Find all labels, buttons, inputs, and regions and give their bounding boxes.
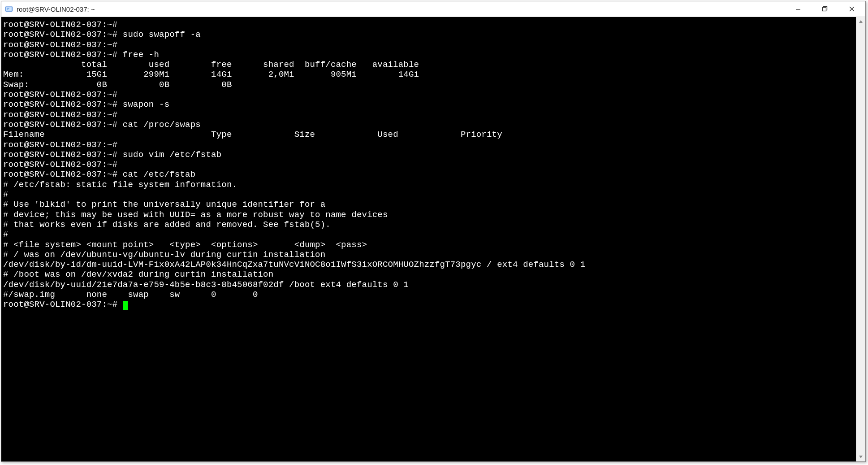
terminal-line: root@SRV-OLIN02-037:~# sudo vim /etc/fst… (3, 150, 221, 160)
close-button[interactable] (838, 1, 865, 17)
terminal-line: Mem: 15Gi 299Mi 14Gi 2,0Mi 905Mi 14Gi (3, 70, 419, 79)
terminal-line: # (3, 190, 9, 200)
terminal-line: root@SRV-OLIN02-037:~# cat /proc/swaps (3, 120, 201, 130)
terminal-line: root@SRV-OLIN02-037:~# (3, 300, 123, 309)
terminal-line: /dev/disk/by-id/dm-uuid-LVM-F1x0xA42LAP0… (3, 260, 585, 269)
terminal-line: /dev/disk/by-uuid/21e7da7a-e759-4b5e-b8c… (3, 280, 409, 290)
terminal-line: # /boot was on /dev/xvda2 during curtin … (3, 269, 273, 279)
terminal-line: root@SRV-OLIN02-037:~# (3, 90, 117, 100)
svg-rect-2 (7, 8, 9, 9)
putty-icon (5, 5, 13, 13)
maximize-button[interactable] (812, 1, 838, 17)
client-area: root@SRV-OLIN02-037:~# root@SRV-OLIN02-0… (1, 17, 865, 461)
scroll-up-icon[interactable] (856, 17, 865, 26)
terminal-line: root@SRV-OLIN02-037:~# (3, 160, 117, 169)
terminal-line: Swap: 0B 0B 0B (3, 80, 232, 90)
terminal-line: # Use 'blkid' to print the universally u… (3, 200, 325, 209)
terminal-line: root@SRV-OLIN02-037:~# (3, 40, 117, 50)
scrollbar[interactable] (856, 17, 865, 461)
terminal-line: root@SRV-OLIN02-037:~# (3, 140, 117, 150)
terminal-line: root@SRV-OLIN02-037:~# sudo swapoff -a (3, 30, 201, 39)
terminal-line: root@SRV-OLIN02-037:~# (3, 20, 117, 30)
terminal-line: root@SRV-OLIN02-037:~# free -h (3, 50, 159, 60)
terminal-line: root@SRV-OLIN02-037:~# swapon -s (3, 100, 169, 109)
svg-rect-4 (796, 9, 800, 10)
putty-window: root@SRV-OLIN02-037: ~ root@SRV-OLIN02-0… (1, 1, 866, 462)
terminal-line: total used free shared buff/cache availa… (3, 60, 419, 70)
window-title: root@SRV-OLIN02-037: ~ (17, 5, 785, 13)
terminal-line: Filename Type Size Used Priority (3, 130, 502, 139)
terminal-line: # /etc/fstab: static file system informa… (3, 180, 237, 190)
terminal-cursor (123, 301, 128, 310)
terminal[interactable]: root@SRV-OLIN02-037:~# root@SRV-OLIN02-0… (1, 17, 856, 461)
terminal-line: # that works even if disks are added and… (3, 220, 331, 230)
scroll-down-icon[interactable] (856, 452, 865, 461)
svg-rect-3 (7, 9, 8, 9)
terminal-line: # device; this may be used with UUID= as… (3, 210, 388, 220)
terminal-line: #/swap.img none swap sw 0 0 (3, 290, 258, 300)
svg-rect-6 (823, 8, 826, 11)
terminal-line: # (3, 230, 9, 239)
terminal-line: # / was on /dev/ubuntu-vg/ubuntu-lv duri… (3, 250, 325, 260)
terminal-line: # <file system> <mount point> <type> <op… (3, 240, 367, 250)
minimize-button[interactable] (785, 1, 812, 17)
terminal-line: root@SRV-OLIN02-037:~# cat /etc/fstab (3, 169, 195, 179)
terminal-line: root@SRV-OLIN02-037:~# (3, 110, 117, 120)
titlebar[interactable]: root@SRV-OLIN02-037: ~ (1, 1, 865, 17)
